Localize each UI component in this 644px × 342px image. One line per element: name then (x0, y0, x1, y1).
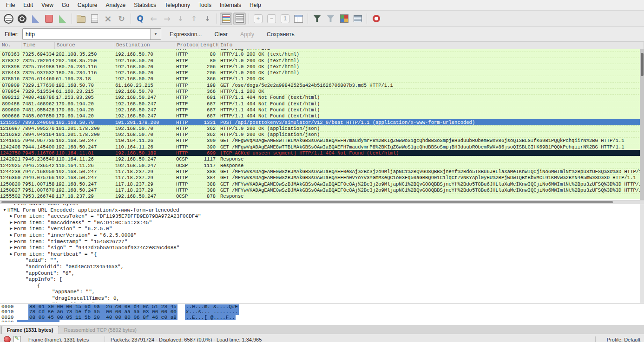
detail-line[interactable]: File Data: 5657 bytes (0, 204, 644, 207)
packet-row[interactable]: 12160877894.905276101.201.178.200192.168… (0, 125, 644, 131)
colorize-icon[interactable] (220, 13, 232, 25)
detail-line[interactable]: "appInfo": [ (0, 277, 644, 283)
preferences-icon[interactable] (351, 13, 364, 25)
packet-row[interactable]: 12463607949.075766192.168.50.247117.18.2… (0, 174, 644, 181)
collapsed-arrow-icon[interactable]: ▶ (8, 232, 14, 239)
column-header-destination[interactable]: Destination (114, 42, 175, 49)
detail-line[interactable]: ▶Form item: "timestamp" = "1545826727" (0, 239, 644, 245)
details-vertical-scrollbar[interactable] (640, 204, 644, 303)
capture-comment-icon[interactable] (13, 336, 21, 342)
column-header-source[interactable]: Source (55, 42, 114, 49)
detail-line[interactable]: ▼HTML Form URL Encoded: application/x-ww… (0, 207, 644, 214)
save-filter-button[interactable]: Сохранить (263, 29, 299, 39)
detail-line[interactable]: "androidid": "08d40c5123454653", (0, 264, 644, 271)
detail-line[interactable]: ▶Form item: "version" = "6.2.5.0" (0, 226, 644, 232)
detail-line[interactable]: ▶Form item: "innerVersion" = "6.2.5.0008… (0, 232, 644, 239)
detail-line[interactable]: "dragInstallTimes": 0, (0, 296, 644, 302)
reload-icon[interactable]: ↻ (115, 13, 128, 25)
packet-row[interactable]: 12162827894.943164101.201.178.200192.168… (0, 131, 644, 137)
packet-row[interactable]: 8783987325.764988180.76.234.116192.168.5… (0, 64, 644, 70)
column-header-protocol[interactable]: Protocol (175, 42, 198, 49)
open-file-icon[interactable] (75, 13, 87, 25)
menu-capture[interactable]: Capture (73, 0, 102, 10)
clear-button[interactable]: Clear (210, 29, 232, 39)
autoscroll-icon[interactable] (233, 13, 246, 25)
capture-stop-icon[interactable] (43, 13, 55, 25)
menu-go[interactable]: Go (58, 0, 73, 10)
detail-line[interactable]: "appCount": "6", (0, 271, 644, 277)
detail-line[interactable]: "installTimes": 0, (0, 302, 644, 303)
go-to-bottom-icon[interactable]: ↓ (201, 13, 214, 25)
capture-start-icon[interactable] (29, 13, 42, 25)
collapsed-arrow-icon[interactable]: ▶ (8, 226, 14, 232)
packet-row[interactable]: 12442387947.168950192.168.50.247117.18.2… (0, 168, 644, 174)
help-icon[interactable] (370, 13, 382, 25)
packet-row[interactable]: 12427507945.116706110.164.11.81192.168.5… (0, 150, 644, 156)
capture-restart-icon[interactable] (56, 13, 69, 25)
find-packet-icon[interactable]: Q (134, 13, 146, 25)
go-back-icon[interactable]: ← (147, 13, 160, 25)
packet-row[interactable]: 12508277951.007670192.168.50.247117.18.2… (0, 187, 644, 193)
packet-row[interactable]: 8996907481.955428179.60.194.20192.168.50… (0, 107, 644, 113)
packet-row[interactable]: 12555027953.266748117.18.237.29192.168.5… (0, 193, 644, 199)
zoom-in-icon[interactable]: + (252, 13, 264, 25)
capture-options-icon[interactable] (16, 13, 28, 25)
menu-internals[interactable]: Internals (216, 0, 245, 10)
packet-row[interactable]: 8992127480.41878617.253.83.205192.168.50… (0, 94, 644, 100)
packet-row[interactable]: 8784437325.937532180.76.234.116192.168.5… (0, 70, 644, 76)
menu-edit[interactable]: Edit (19, 0, 37, 10)
menu-statistics[interactable]: Statistics (130, 0, 160, 10)
collapsed-arrow-icon[interactable]: ▶ (8, 213, 14, 220)
resize-columns-icon[interactable] (292, 13, 305, 25)
close-file-icon[interactable]: × (102, 13, 114, 25)
go-forward-icon[interactable]: → (161, 13, 173, 25)
detail-line[interactable]: "adid": "", (0, 258, 644, 264)
status-profile[interactable]: Profile: Default (601, 337, 640, 342)
packet-row[interactable]: 8783637325.694334202.108.35.250192.168.5… (0, 51, 644, 57)
menu-telephony[interactable]: Telephony (160, 0, 194, 10)
packet-row[interactable]: 12508207951.007158192.168.50.247117.18.2… (0, 181, 644, 187)
packet-row[interactable]: 8789547329.51353461.160.23.215192.168.50… (0, 88, 644, 94)
filter-dropdown-arrow-icon[interactable]: ▼ (150, 29, 161, 39)
capture-filters-icon[interactable] (311, 13, 323, 25)
packet-row[interactable]: 12429257946.236542110.164.11.26192.168.5… (0, 162, 644, 168)
packet-row[interactable]: HTTPGET /bag HTTP/1.1 (0, 49, 644, 51)
zoom-out-icon[interactable]: − (265, 13, 278, 25)
packet-row[interactable]: 12424087944.145400192.168.50.247110.164.… (0, 144, 644, 150)
menu-view[interactable]: View (37, 0, 58, 10)
filter-input[interactable] (23, 29, 150, 39)
column-header-time[interactable]: Time (21, 42, 55, 49)
display-filters-icon[interactable] (324, 13, 337, 25)
menu-tools[interactable]: Tools (194, 0, 216, 10)
packet-list-horizontal-scrollbar[interactable] (0, 200, 644, 204)
expression-button[interactable]: Expression... (165, 29, 206, 39)
scrollbar-thumb[interactable] (1, 201, 613, 203)
detail-line[interactable]: ▶Form item: "macAddress" = "0A:D4:0C:51:… (0, 220, 644, 226)
save-file-icon[interactable] (88, 13, 101, 25)
menu-analyze[interactable]: Analyze (102, 0, 130, 10)
collapsed-arrow-icon[interactable]: ▶ (8, 245, 14, 252)
detail-line[interactable]: { (0, 283, 644, 290)
zoom-100-icon[interactable]: 1 (279, 13, 291, 25)
collapsed-arrow-icon[interactable]: ▶ (8, 252, 14, 258)
go-to-top-icon[interactable]: ↑ (188, 13, 200, 25)
menu-file[interactable]: File (2, 0, 19, 10)
collapsed-arrow-icon[interactable]: ▶ (8, 239, 14, 245)
column-header-length[interactable]: Length (198, 42, 218, 49)
hex-row[interactable]: 0030 (0, 320, 644, 322)
column-header-no[interactable]: No. (0, 42, 21, 49)
detail-line[interactable]: ▶Form item: "heartbeat" = "{ (0, 252, 644, 258)
tab-frame[interactable]: Frame (1331 bytes) (1, 326, 59, 334)
packet-row[interactable]: 12429217946.236540110.164.11.26192.168.5… (0, 156, 644, 162)
column-header-info[interactable]: Info (218, 42, 644, 49)
packet-row[interactable]: 8789097329.177630192.168.50.7061.160.23.… (0, 82, 644, 88)
scrollbar-thumb[interactable] (641, 53, 644, 76)
packet-row[interactable]: 12418657940.967736192.168.50.247110.164.… (0, 137, 644, 143)
tab-reassembled-tcp[interactable]: Reassembled TCP (5892 bytes) (59, 326, 142, 334)
expanded-arrow-icon[interactable]: ▼ (2, 207, 7, 214)
collapsed-arrow-icon[interactable]: ▶ (8, 220, 14, 226)
packet-row[interactable]: 8994887481.468962179.60.194.20192.168.50… (0, 101, 644, 107)
hex-row[interactable]: 002008 00 45 00 05 11 5b 20 40 00 80 06 … (0, 315, 644, 320)
coloring-rules-icon[interactable] (338, 13, 350, 25)
packet-row[interactable]: 9006667485.007650179.60.194.20192.168.50… (0, 113, 644, 119)
